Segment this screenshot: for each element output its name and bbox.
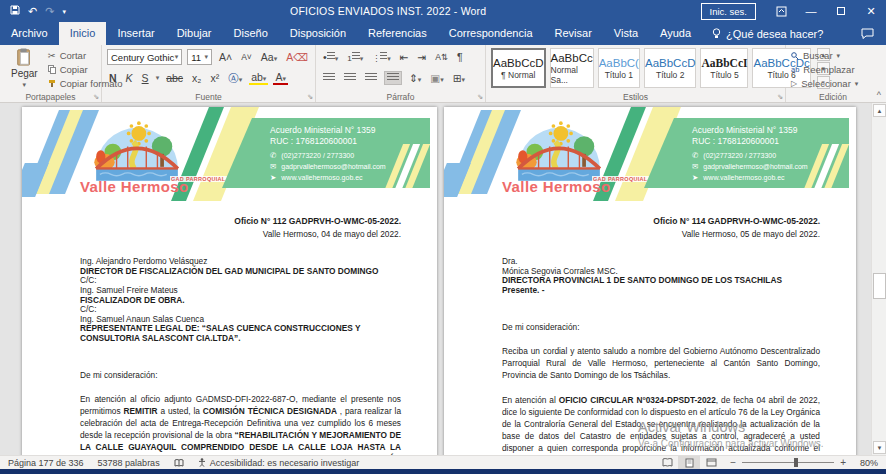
brand-wordmark: Valle Hermoso GAD PARROQUIAL	[80, 178, 189, 195]
tab-archivo[interactable]: Archivo	[0, 22, 59, 45]
tab-dibujar[interactable]: Dibujar	[166, 22, 223, 45]
bold-button[interactable]: N	[107, 72, 119, 85]
tab-ayuda[interactable]: Ayuda	[649, 22, 702, 45]
paragraph-dialog-launcher[interactable]: ⇘	[477, 93, 483, 101]
scroll-down-arrow[interactable]: ▼	[873, 441, 886, 454]
ribbon-display-options-icon[interactable]	[766, 0, 796, 22]
subscript-button[interactable]: x₂	[190, 72, 203, 85]
numbering-button[interactable]: 1▾	[345, 51, 365, 64]
style-titulo-5[interactable]: AaBbCcI Título 5	[700, 48, 748, 88]
shading-button[interactable]: ▣▾	[428, 72, 445, 85]
style-titulo-2[interactable]: AaBbCcD Título 2	[644, 48, 697, 88]
paste-button[interactable]: Pegar ▾	[5, 48, 44, 89]
sort-button[interactable]: A⇅	[433, 52, 450, 63]
clipboard-dialog-launcher[interactable]: ⇘	[93, 93, 99, 101]
redo-icon[interactable]: ↷	[45, 6, 54, 17]
tell-me-box[interactable]: ¿Qué desea hacer?	[702, 22, 833, 45]
font-color-button[interactable]: A▾	[273, 71, 288, 86]
zoom-percentage[interactable]: 80%	[852, 458, 878, 468]
window-title: OFICIOS ENVIADOS INST. 2022 - Word	[76, 5, 701, 17]
print-layout-button[interactable]	[678, 456, 700, 469]
letter-body: Oficio N° 112 GADPRVH-O-WMC-05-2022. Val…	[22, 215, 437, 455]
increase-indent-button[interactable]: ⇥	[416, 51, 429, 64]
grow-font-button[interactable]: A˄	[217, 51, 234, 64]
text-effects-icon[interactable]: Ⓐ▾	[226, 72, 244, 85]
search-icon	[791, 52, 799, 60]
tab-correspondencia[interactable]: Correspondencia	[438, 22, 544, 45]
align-right-button[interactable]	[363, 72, 379, 85]
replace-button[interactable]: abReemplazar	[791, 64, 858, 75]
letterhead-info-box: Acuerdo Ministerial N° 1359 RUC : 176812…	[222, 118, 430, 188]
ribbon: Pegar ▾ ✂Cortar Copiar Copiar formato Po…	[0, 45, 886, 103]
styles-dialog-launcher[interactable]: ⇘	[777, 93, 783, 101]
underline-button[interactable]: S	[140, 72, 151, 85]
font-family-combobox[interactable]: Century Gothic▾	[107, 49, 182, 65]
undo-icon[interactable]: ↶	[28, 6, 37, 17]
acuerdo-ministerial-text: Acuerdo Ministerial N° 1359	[270, 125, 420, 136]
font-dialog-launcher[interactable]: ⇘	[307, 93, 313, 101]
italic-button[interactable]: K	[124, 72, 135, 85]
lightbulb-icon	[712, 28, 721, 39]
underline-dropdown[interactable]: ▾	[156, 74, 160, 82]
oficio-date: Valle Hermoso, 05 de mayo del 2022.	[502, 228, 820, 240]
read-mode-button[interactable]	[656, 456, 678, 469]
page-count[interactable]: Página 177 de 336	[8, 458, 84, 468]
oficio-date: Valle Hermoso, 04 de mayo del 2022.	[80, 228, 401, 240]
zoom-slider[interactable]	[742, 462, 834, 463]
show-marks-button[interactable]: ¶	[455, 51, 465, 64]
change-case-button[interactable]: Aa▾	[259, 51, 279, 64]
shrink-font-button[interactable]: A˅	[239, 52, 254, 63]
save-icon[interactable]	[10, 5, 20, 17]
borders-button[interactable]: ⊞▾	[451, 72, 467, 85]
proofing-book-icon	[174, 459, 184, 467]
align-left-button[interactable]	[321, 72, 337, 85]
tab-referencias[interactable]: Referencias	[357, 22, 438, 45]
document-page-right[interactable]: Valle Hermoso GAD PARROQUIAL Acuerdo Min…	[444, 107, 856, 455]
style-normal[interactable]: AaBbCcD ¶ Normal	[491, 48, 546, 88]
tab-insertar[interactable]: Insertar	[106, 22, 165, 45]
find-button[interactable]: Buscar▾	[791, 50, 858, 61]
highlight-color-button[interactable]: ab▾	[249, 71, 268, 86]
proofing-status[interactable]	[174, 459, 184, 467]
clear-formatting-button[interactable]: A⌫	[284, 51, 310, 64]
font-size-combobox[interactable]: 11▾	[187, 49, 212, 65]
justify-button[interactable]	[384, 71, 402, 86]
tab-vista[interactable]: Vista	[603, 22, 649, 45]
recipient-block: Ing. Alejandro Perdomo Velásquez DIRECTO…	[80, 257, 401, 343]
superscript-button[interactable]: x²	[208, 72, 221, 85]
scroll-up-arrow[interactable]: ▲	[873, 104, 886, 117]
bullets-button[interactable]: •▾	[321, 51, 340, 64]
scrollbar-thumb[interactable]	[873, 273, 886, 299]
tab-revisar[interactable]: Revisar	[544, 22, 603, 45]
sign-in-button[interactable]: Inic. ses.	[701, 3, 757, 20]
close-button[interactable]: ✕	[856, 0, 886, 22]
document-page-left[interactable]: Valle Hermoso GAD PARROQUIAL Acuerdo Min…	[22, 107, 437, 455]
word-count[interactable]: 53788 palabras	[98, 458, 160, 468]
decrease-indent-button[interactable]: ⇤	[398, 51, 411, 64]
qat-customize-icon[interactable]: ▾	[62, 8, 66, 15]
vertical-scrollbar[interactable]: ▲ ▼	[871, 103, 886, 455]
paste-dropdown[interactable]: ▾	[23, 81, 27, 89]
tab-disposicion[interactable]: Disposición	[279, 22, 357, 45]
minimize-button[interactable]: —	[796, 0, 826, 22]
restore-button[interactable]	[826, 0, 856, 22]
tab-diseno[interactable]: Diseño	[223, 22, 279, 45]
align-center-button[interactable]	[342, 72, 358, 85]
collapse-ribbon-icon[interactable]: ^	[877, 90, 881, 100]
select-button[interactable]: ▷Seleccionar▾	[791, 78, 858, 89]
style-titulo-1[interactable]: AaBbC( Título 1	[598, 48, 640, 88]
body-paragraph-1: Reciba un cordial y atento saludo a nomb…	[502, 345, 820, 381]
zoom-out-button[interactable]: −	[730, 457, 736, 468]
zoom-in-button[interactable]: +	[840, 457, 846, 468]
tab-inicio[interactable]: Inicio	[59, 22, 107, 45]
web-layout-button[interactable]	[700, 456, 722, 469]
multilevel-list-button[interactable]: ⋮▾	[370, 51, 393, 64]
zoom-slider-thumb[interactable]	[794, 458, 798, 467]
letterhead-corner-stripes	[376, 144, 416, 201]
comments-icon[interactable]	[849, 22, 886, 45]
line-spacing-button[interactable]: ⇕▾	[407, 72, 423, 85]
accessibility-status[interactable]: Accesibilidad: es necesario investigar	[198, 458, 360, 468]
strikethrough-button[interactable]: abc	[164, 72, 185, 85]
group-paragraph: •▾ 1▾ ⋮▾ ⇤ ⇥ A⇅ ¶ ⇕▾ ▣▾ ⊞▾	[316, 45, 486, 102]
style-normal-sa[interactable]: AaBbCc Normal Sa...	[550, 48, 594, 88]
